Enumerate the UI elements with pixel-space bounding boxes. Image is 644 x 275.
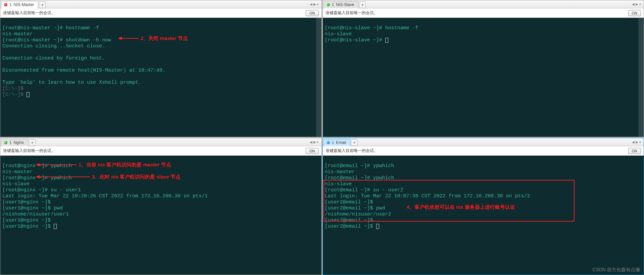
annotation-text: 1、当前 nis 客户机访问的是 master 节点 [79, 162, 171, 168]
term-line: [C:\~]$ [2, 92, 27, 97]
term-line: [root@email ~]# ypwhich [325, 175, 394, 181]
term-line: [user1@nginx ~]$ [2, 224, 54, 229]
arrow-icon [118, 37, 122, 40]
term-line: [C:\~]$ [2, 86, 23, 91]
term-line: [user2@email ~]$ [325, 199, 373, 205]
arrow-icon [36, 175, 40, 179]
term-line: [user1@nginx ~]$ [2, 199, 51, 205]
term-line: nis-slave [2, 181, 30, 187]
info-bar: 送键盘输入目前唯一的会话。 ON [0, 8, 321, 18]
term-line: [user2@email ~]$ pwd [325, 205, 385, 211]
arrow-line-icon [40, 164, 77, 165]
arrow-line-icon [122, 38, 139, 39]
info-text: 送键盘输入目前唯一的会话。 [326, 148, 378, 154]
tab-nav-arrows[interactable]: ◀ ▶ ▾ [310, 2, 321, 6]
tab-number: 1 [332, 2, 334, 7]
watermark: CSDN @方先森有点懒 [592, 267, 640, 273]
on-button[interactable]: ON [628, 10, 641, 16]
add-tab-button[interactable]: + [39, 1, 46, 8]
term-line: [root@nis-master ~]# hostname -f [2, 25, 99, 31]
on-button[interactable]: ON [306, 148, 319, 154]
status-dot-icon [4, 3, 7, 6]
term-line: Last login: Tue Mar 22 10:20:26 CST 2022… [2, 193, 208, 199]
term-line: nis-slave [325, 31, 352, 37]
term-line: [root@email ~]# ypwhich [325, 163, 394, 169]
info-text: 送键盘输入目前唯一的会话。 [326, 10, 378, 16]
cursor-icon [385, 38, 388, 43]
term-line: Disconnected from remote host(NIS-Master… [2, 68, 165, 73]
term-line: [user1@nginx ~]$ [2, 218, 51, 223]
tab-label: Nginx [14, 140, 24, 145]
tab-nis-master[interactable]: 1 NIS-Master [1, 1, 38, 8]
tab-nis-slave[interactable]: 1 NIS-Slave [324, 1, 359, 8]
term-line: Type `help' to learn how to use Xshell p… [2, 80, 141, 85]
tab-number: 1 [9, 140, 12, 145]
tab-number: 1 [332, 140, 334, 145]
add-tab-button[interactable]: + [351, 139, 358, 146]
term-line: nis-master [2, 31, 33, 37]
tab-nginx[interactable]: 1 Nginx [1, 139, 28, 146]
terminal-email[interactable]: [root@email ~]# ypwhich nis-master [root… [323, 156, 644, 275]
pane-email: 1 Email + ◀ ▶ ▾ 送键盘输入目前唯一的会话。 ON [root@e… [323, 138, 644, 275]
term-line: Connection closed by foreign host. [2, 55, 105, 61]
on-button[interactable]: ON [306, 10, 319, 16]
scrollbar-vertical[interactable] [316, 18, 321, 137]
annotation-4: 4、客户机依然可以在 nis 服务器上进行账号认证 [407, 204, 515, 210]
term-line: [root@nis-slave ~]# [325, 37, 385, 43]
term-line: nis-master [2, 169, 33, 175]
tab-label: NIS-Master [14, 2, 34, 7]
term-line: /nishome/nisuser/user1 [2, 211, 69, 217]
arrow-icon [36, 163, 40, 166]
annotation-text: 2、关闭 master 节点 [141, 35, 188, 41]
tab-nav-arrows[interactable]: ◀ ▶ ▾ [632, 140, 644, 144]
status-dot-icon [4, 141, 7, 144]
terminal-master[interactable]: [root@nis-master ~]# hostname -f nis-mas… [0, 18, 321, 137]
annotation-1: 1、当前 nis 客户机访问的是 master 节点 [36, 162, 171, 168]
term-line: Last login: Tue Mar 22 10:07:39 CST 2022… [325, 193, 530, 199]
term-line: Connection closing...Socket close. [2, 43, 105, 49]
annotation-text: 4、客户机依然可以在 nis 服务器上进行账号认证 [407, 204, 515, 210]
info-text: 送键盘输入目前唯一的会话。 [3, 148, 55, 154]
terminal-nginx[interactable]: [root@nginx ~]# ypwhich nis-master [root… [0, 156, 321, 275]
scrollbar-vertical[interactable] [638, 18, 644, 137]
term-line: [user2@email ~]$ [325, 218, 373, 223]
tab-number: 1 [9, 2, 12, 7]
annotation-2: 2、关闭 master 节点 [118, 35, 188, 41]
info-bar: 送键盘输入目前唯一的会话。 ON [323, 146, 644, 156]
tab-email[interactable]: 1 Email [324, 139, 351, 146]
cursor-icon [27, 92, 30, 97]
cursor-icon [376, 224, 379, 229]
add-tab-button[interactable]: + [359, 1, 366, 8]
tab-nav-arrows[interactable]: ◀ ▶ ▾ [310, 140, 321, 144]
pane-nginx: 1 Nginx + ◀ ▶ ▾ 送键盘输入目前唯一的会话。 ON [root@n… [0, 138, 322, 275]
tab-bar: 1 NIS-Master + ◀ ▶ ▾ [0, 0, 321, 8]
info-bar: 送键盘输入目前唯一的会话。 ON [0, 146, 321, 156]
term-line: /nishome/nisuser/user2 [325, 211, 391, 217]
term-line: [root@nginx ~]# su - user1 [2, 187, 81, 193]
tab-bar: 1 NIS-Slave + ◀ ▶ ▾ [323, 0, 644, 8]
term-line: [root@email ~]# su - user2 [325, 187, 403, 193]
term-line: [user2@email ~]$ [325, 224, 376, 229]
add-tab-button[interactable]: + [29, 139, 36, 146]
tab-label: Email [336, 140, 346, 145]
arrow-line-icon [40, 176, 90, 177]
term-line: [root@nis-master ~]# shutdown -h now [2, 37, 111, 43]
annotation-3: 3、此时 nis 客户机访问的是 slave 节点 [36, 174, 181, 180]
tab-label: NIS-Slave [336, 2, 354, 7]
terminal-slave[interactable]: [root@nis-slave ~]# hostname -f nis-slav… [323, 18, 644, 137]
tab-bar: 1 Nginx + ◀ ▶ ▾ [0, 138, 321, 146]
annotation-text: 3、此时 nis 客户机访问的是 slave 节点 [92, 174, 181, 180]
term-line: [user1@nginx ~]$ pwd [2, 205, 63, 211]
info-bar: 送键盘输入目前唯一的会话。 ON [323, 8, 644, 18]
term-line: nis-slave [325, 181, 352, 187]
cursor-icon [54, 224, 57, 229]
info-text: 送键盘输入目前唯一的会话。 [3, 10, 55, 16]
status-dot-icon [327, 3, 330, 6]
term-line: [root@nis-slave ~]# hostname -f [325, 25, 418, 31]
pane-nis-slave: 1 NIS-Slave + ◀ ▶ ▾ 送键盘输入目前唯一的会话。 ON [ro… [323, 0, 644, 137]
on-button[interactable]: ON [628, 148, 641, 154]
term-line: nis-master [325, 169, 355, 175]
tab-bar: 1 Email + ◀ ▶ ▾ [323, 138, 644, 146]
tab-nav-arrows[interactable]: ◀ ▶ ▾ [632, 2, 644, 6]
status-dot-icon [327, 141, 330, 144]
